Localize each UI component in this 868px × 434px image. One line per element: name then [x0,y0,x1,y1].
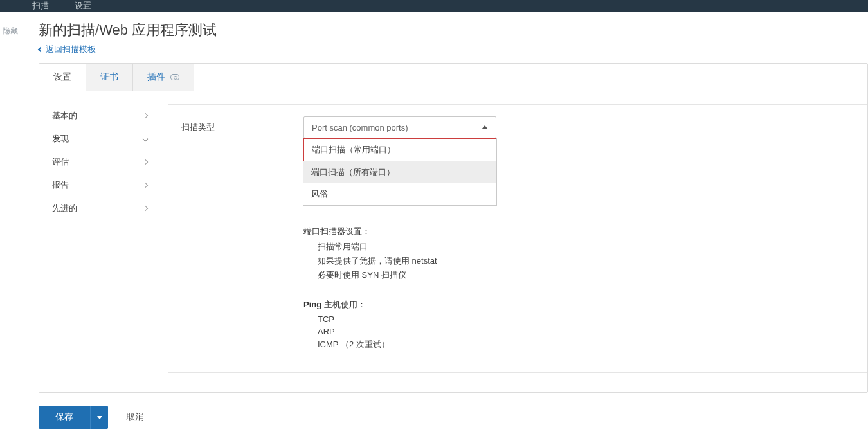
dropdown-list: 端口扫描（常用端口） 端口扫描（所有端口） 风俗 [303,138,497,206]
sidemenu-label: 发现 [52,133,69,145]
sidemenu-advanced[interactable]: 先进的 [51,197,155,220]
sidemenu-label: 先进的 [52,203,77,214]
tab-plugins[interactable]: 插件 [133,64,194,91]
topnav-scan[interactable]: 扫描 [32,0,49,12]
dropdown-option-common[interactable]: 端口扫描（常用端口） [303,138,496,161]
save-button-group: 保存 [39,406,108,429]
port-scanner-head: 端口扫描器设置： [303,226,854,237]
left-gutter-hide[interactable]: 隐藏 [0,12,39,434]
sidemenu-report[interactable]: 报告 [51,174,155,197]
save-dropdown-button[interactable] [90,406,108,429]
page-title: 新的扫描/Web 应用程序测试 [39,21,868,40]
ping-head: Ping 主机使用： [303,299,854,311]
scanner-line: 如果提供了凭据，请使用 netstat [318,255,854,267]
title-pre: 新的扫描 [39,22,95,38]
dropdown-option-custom[interactable]: 风俗 [303,183,496,205]
dropdown-head[interactable]: Port scan (common ports) [303,116,496,138]
tab-cert[interactable]: 证书 [86,64,133,91]
scanner-line: 必要时使用 SYN 扫描仪 [318,269,854,281]
sidemenu-assess[interactable]: 评估 [51,150,155,174]
tab-settings[interactable]: 设置 [39,64,86,91]
topnav-settings[interactable]: 设置 [75,0,91,12]
ping-line: TCP [318,314,854,324]
back-link-label: 返回扫描模板 [46,44,96,55]
ping-line: ICMP （2 次重试） [318,339,854,350]
scan-type-label: 扫描类型 [181,116,303,133]
dropdown-option-all[interactable]: 端口扫描（所有端口） [303,161,496,183]
chevron-right-icon [143,159,148,165]
chevron-down-icon [143,136,148,141]
sidemenu-label: 评估 [52,156,69,168]
sidemenu-label: 报告 [52,179,69,191]
content-tabs: 设置 证书 插件 [39,64,867,91]
chevron-left-icon [38,47,43,52]
top-nav-bar: 扫描 设置 [0,0,868,12]
chevron-right-icon [143,183,148,188]
caret-down-icon [97,416,102,419]
title-post: Web 应用程序测试 [99,22,217,38]
side-menu: 基本的 发现 评估 报告 [39,104,155,373]
sidemenu-basic[interactable]: 基本的 [51,104,155,127]
tab-plugins-label: 插件 [147,71,165,83]
chevron-right-icon [143,113,148,118]
chevron-right-icon [143,206,148,211]
dropdown-selected: Port scan (common ports) [312,123,408,132]
ping-rest: 主机使用： [321,300,366,309]
sidemenu-discovery[interactable]: 发现 [51,127,155,150]
cancel-button[interactable]: 取消 [126,411,144,423]
ping-line: ARP [318,327,854,336]
scan-type-dropdown[interactable]: Port scan (common ports) 端口扫描（常用端口） 端口扫描… [303,116,496,138]
scanner-line: 扫描常用端口 [318,241,854,253]
back-link[interactable]: 返回扫描模板 [39,44,96,55]
caret-up-icon [482,125,488,129]
save-button[interactable]: 保存 [39,406,90,429]
sidemenu-label: 基本的 [52,110,77,122]
ping-bold: Ping [303,300,321,309]
content-panel: 扫描类型 Port scan (common ports) 端口扫描（常用端口）… [168,104,867,373]
settings-card: 设置 证书 插件 基本的 发现 [39,63,868,393]
eye-icon [170,74,179,80]
